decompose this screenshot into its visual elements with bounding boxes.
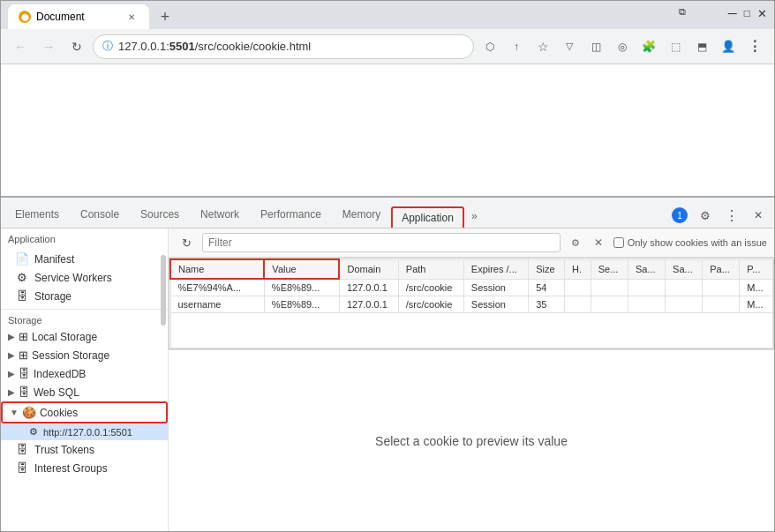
sidebar-indexeddb[interactable]: ▶ 🗄 IndexedDB bbox=[1, 364, 168, 383]
col-h[interactable]: H. bbox=[565, 259, 591, 279]
filter-button[interactable]: ▽ bbox=[557, 34, 582, 59]
bookmark-button[interactable]: ☆ bbox=[530, 34, 555, 59]
indexeddb-icon: 🗄 bbox=[19, 367, 30, 380]
issue-filter-label[interactable]: Only show cookies with an issue bbox=[613, 237, 767, 248]
tab-performance[interactable]: Performance bbox=[250, 203, 332, 228]
manifest-label: Manifest bbox=[34, 253, 74, 266]
col-expires[interactable]: Expires /... bbox=[463, 259, 528, 279]
back-button[interactable]: ← bbox=[8, 34, 33, 59]
row1-expires: Session bbox=[463, 279, 528, 296]
col-domain[interactable]: Domain bbox=[339, 259, 398, 279]
tab-close-button[interactable]: ✕ bbox=[124, 10, 139, 24]
row2-h bbox=[565, 296, 591, 313]
sidebar-item-service-workers[interactable]: ⚙ Service Workers bbox=[1, 268, 168, 287]
trust-tokens-icon: 🗄 bbox=[15, 443, 29, 456]
row2-name: username bbox=[170, 296, 264, 313]
col-value[interactable]: Value bbox=[264, 259, 339, 279]
row1-value: %E8%89... bbox=[264, 279, 339, 296]
local-storage-arrow: ▶ bbox=[8, 332, 15, 341]
history-button[interactable]: ◫ bbox=[583, 34, 608, 59]
col-size[interactable]: Size bbox=[529, 259, 565, 279]
filter-settings-button[interactable]: ⚙ bbox=[566, 233, 585, 252]
filter-input[interactable] bbox=[202, 233, 561, 252]
col-se[interactable]: Se... bbox=[591, 259, 628, 279]
forward-button[interactable]: → bbox=[36, 34, 61, 59]
sidebar-interest-groups[interactable]: 🗄 Interest Groups bbox=[1, 459, 168, 477]
row2-value: %E8%89... bbox=[264, 296, 339, 313]
sidebar-item-storage-top[interactable]: 🗄 Storage bbox=[1, 287, 168, 305]
title-bar: ⬤ Document ✕ + ─ □ ✕ ⧉ bbox=[1, 1, 774, 29]
session-storage-label: Session Storage bbox=[32, 349, 109, 362]
service-workers-label: Service Workers bbox=[34, 272, 112, 284]
notification-badge: 1 bbox=[672, 207, 688, 223]
table-row[interactable]: %E7%94%A... %E8%89... 127.0.0.1 /src/coo… bbox=[170, 279, 773, 296]
cookies-arrow: ▼ bbox=[10, 408, 19, 417]
tab-network[interactable]: Network bbox=[190, 203, 250, 228]
devtools-panel: Elements Console Sources Network Perform… bbox=[1, 196, 774, 531]
sidebar-scrollbar[interactable] bbox=[161, 255, 166, 326]
sidebar-session-storage[interactable]: ▶ ⊞ Session Storage bbox=[1, 346, 168, 364]
tab-console[interactable]: Console bbox=[70, 203, 130, 228]
sidebar-web-sql[interactable]: ▶ 🗄 Web SQL bbox=[1, 383, 168, 401]
devtools-settings-button[interactable]: ⚙ bbox=[693, 203, 718, 228]
col-sa[interactable]: Sa... bbox=[628, 259, 665, 279]
toolbar-actions: ⬡ ↑ ☆ ▽ ◫ ◎ 🧩 ⬚ ⬒ 👤 ⋮ bbox=[478, 34, 767, 59]
tab-favicon: ⬤ bbox=[19, 11, 31, 23]
roaming-button[interactable]: ⬒ bbox=[689, 34, 714, 59]
web-sql-icon: 🗄 bbox=[19, 386, 30, 399]
savepage-button[interactable]: ⬚ bbox=[663, 34, 688, 59]
browser-window: ⬤ Document ✕ + ─ □ ✕ ⧉ ← → ↻ ⓘ 127.0.0.1… bbox=[0, 0, 775, 532]
col-name[interactable]: Name bbox=[170, 259, 264, 279]
more-tabs-button[interactable]: » bbox=[464, 205, 485, 228]
tab-elements[interactable]: Elements bbox=[4, 203, 70, 228]
col-pa[interactable]: Pa... bbox=[703, 259, 740, 279]
col-sa2[interactable]: Sa... bbox=[666, 259, 703, 279]
tab-application[interactable]: Application bbox=[391, 206, 464, 228]
filter-actions: ⚙ ✕ bbox=[566, 233, 608, 252]
storage-top-icon: 🗄 bbox=[15, 289, 29, 303]
cast-button[interactable]: ⬡ bbox=[478, 34, 502, 59]
devtools-actions: 1 ⚙ ⋮ ✕ bbox=[672, 203, 771, 228]
storage-top-label: Storage bbox=[34, 290, 71, 303]
new-tab-button[interactable]: + bbox=[153, 4, 177, 29]
sidebar-item-manifest[interactable]: 📄 Manifest bbox=[1, 250, 168, 268]
col-path[interactable]: Path bbox=[398, 259, 463, 279]
address-bar[interactable]: ⓘ 127.0.0.1:5501/src/cookie/cookie.html bbox=[93, 34, 474, 59]
interest-groups-icon: 🗄 bbox=[15, 461, 29, 475]
row1-se bbox=[591, 279, 628, 296]
row1-size: 54 bbox=[529, 279, 565, 296]
extensions-button[interactable]: 🧩 bbox=[636, 34, 661, 59]
screenshot-button[interactable]: ◎ bbox=[610, 34, 635, 59]
cookie-table: Name Value Domain Path Expires /... Size… bbox=[169, 259, 773, 348]
share-button[interactable]: ↑ bbox=[504, 34, 529, 59]
menu-button[interactable]: ⋮ bbox=[742, 34, 767, 59]
devtools-more-button[interactable]: ⋮ bbox=[719, 203, 744, 228]
sidebar-trust-tokens[interactable]: 🗄 Trust Tokens bbox=[1, 440, 168, 459]
window-tile-icon[interactable]: ⧉ bbox=[679, 6, 686, 18]
minimize-button[interactable]: ─ bbox=[728, 6, 737, 20]
profile-button[interactable]: 👤 bbox=[716, 34, 741, 59]
cookie-origin-icon: ⚙ bbox=[29, 426, 38, 438]
issue-filter-checkbox[interactable] bbox=[613, 237, 624, 248]
col-p[interactable]: P... bbox=[740, 259, 773, 279]
refresh-cookies-button[interactable]: ↻ bbox=[176, 232, 197, 253]
maximize-button[interactable]: □ bbox=[744, 7, 750, 19]
devtools-close-button[interactable]: ✕ bbox=[746, 203, 771, 228]
active-tab[interactable]: ⬤ Document ✕ bbox=[8, 4, 149, 29]
trust-tokens-label: Trust Tokens bbox=[34, 444, 94, 456]
tab-sources[interactable]: Sources bbox=[130, 203, 190, 228]
tab-memory[interactable]: Memory bbox=[332, 203, 391, 228]
close-button[interactable]: ✕ bbox=[757, 7, 767, 20]
sidebar-cookies[interactable]: ▼ 🍪 Cookies bbox=[1, 401, 168, 423]
refresh-button[interactable]: ↻ bbox=[64, 34, 89, 59]
devtools-sidebar: Application 📄 Manifest ⚙ Service Workers… bbox=[1, 229, 169, 531]
clear-filter-button[interactable]: ✕ bbox=[589, 233, 608, 252]
table-row[interactable]: username %E8%89... 127.0.0.1 /src/cookie… bbox=[170, 296, 773, 313]
browser-toolbar: ← → ↻ ⓘ 127.0.0.1:5501/src/cookie/cookie… bbox=[1, 29, 774, 64]
sidebar-cookie-origin[interactable]: ⚙ http://127.0.0.1:5501 bbox=[1, 423, 168, 440]
row1-pa bbox=[703, 279, 740, 296]
row1-sa2 bbox=[666, 279, 703, 296]
local-storage-label: Local Storage bbox=[32, 331, 97, 343]
row2-expires: Session bbox=[463, 296, 528, 313]
sidebar-local-storage[interactable]: ▶ ⊞ Local Storage bbox=[1, 327, 168, 346]
